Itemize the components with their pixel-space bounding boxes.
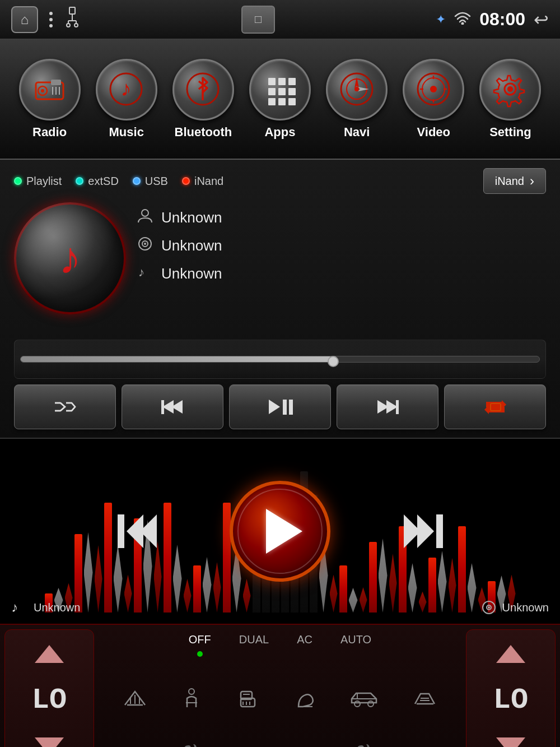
climate-auto-button[interactable]: AUTO (335, 630, 377, 657)
climate-icons-row (107, 665, 453, 736)
eq-bar (408, 563, 417, 613)
source-tabs-left: Playlist extSD USB iNand (14, 175, 223, 188)
inand-source-button[interactable]: iNand › (483, 168, 546, 194)
time-display: 08:00 (479, 9, 525, 30)
climate-ac-button[interactable]: AC (291, 630, 318, 657)
eq-bar (339, 565, 347, 613)
navi-nav-icon (326, 59, 388, 120)
foot-airflow-button[interactable] (293, 687, 318, 714)
controls-row (14, 384, 546, 429)
svg-point-32 (354, 87, 359, 91)
climate-bottom (107, 736, 453, 747)
progress-area (14, 340, 546, 379)
shuffle-button[interactable] (14, 384, 116, 429)
nav-item-setting[interactable]: Setting (479, 59, 541, 140)
status-left: ⌂ (11, 6, 81, 33)
nav-item-apps[interactable]: Apps (249, 59, 311, 140)
nav-item-radio[interactable]: Radio (19, 59, 81, 140)
window-button[interactable]: □ (241, 6, 275, 34)
nav-item-bluetooth[interactable]: Bluetooth (172, 59, 234, 140)
back-button[interactable]: ↩ (534, 9, 549, 30)
defrost-windshield-button[interactable] (123, 687, 148, 714)
extsd-dot (76, 177, 83, 185)
music-nav-icon: ♪ (96, 59, 157, 120)
eq-bar (419, 592, 427, 613)
left-temp-down-button[interactable] (11, 731, 88, 747)
inand-dot (182, 177, 190, 185)
climate-dual-button[interactable]: DUAL (234, 630, 274, 657)
status-right: ✦ 08:00 ↩ (436, 9, 549, 30)
svg-point-68 (488, 606, 490, 609)
album-art: ♪ (14, 202, 126, 314)
wifi-icon (454, 11, 471, 28)
eq-bar (124, 575, 132, 613)
fan-speed-right-button[interactable] (354, 742, 379, 747)
big-player-track-label: Unknown (34, 601, 80, 614)
svg-rect-21 (288, 78, 296, 85)
svg-text:♪: ♪ (11, 600, 18, 615)
eq-bar (95, 545, 102, 613)
album-row: Unknown (137, 236, 546, 256)
big-prev-button[interactable] (112, 506, 162, 556)
source-tab-inand[interactable]: iNand (182, 175, 223, 188)
svg-rect-9 (51, 80, 61, 85)
svg-text:♪: ♪ (138, 265, 144, 279)
recirculation-button[interactable] (349, 689, 380, 713)
next-button[interactable] (337, 384, 438, 429)
heated-seat-button[interactable] (236, 687, 262, 714)
svg-rect-54 (289, 400, 293, 415)
svg-text:♪: ♪ (121, 77, 132, 100)
artist-icon (137, 208, 153, 228)
nav-item-video[interactable]: Video (403, 59, 464, 140)
svg-rect-25 (268, 98, 276, 105)
menu-dots-button[interactable] (49, 12, 53, 27)
repeat-button[interactable] (444, 384, 546, 429)
nav-item-music[interactable]: ♪ Music (96, 59, 157, 140)
climate-off-button[interactable]: OFF (183, 630, 217, 649)
svg-rect-26 (278, 98, 286, 105)
svg-marker-60 (127, 514, 143, 548)
nav-item-navi[interactable]: Navi (326, 59, 388, 140)
track-info: Unknown Unknown ♪ Unknown (137, 202, 546, 284)
prev-button[interactable] (122, 384, 223, 429)
big-next-button[interactable] (398, 506, 448, 556)
eq-bar (243, 579, 251, 613)
progress-bar-container[interactable] (20, 356, 540, 363)
progress-thumb[interactable] (328, 356, 339, 367)
album-label: Unknown (161, 237, 222, 254)
source-tab-extsd[interactable]: extSD (76, 175, 118, 188)
climate-modes: OFF DUAL AC AUTO (107, 630, 453, 657)
left-temp-display: LO (32, 684, 67, 717)
source-tab-playlist[interactable]: Playlist (14, 175, 62, 188)
eq-bar (458, 526, 466, 613)
left-temp-up-button[interactable] (11, 638, 88, 669)
svg-point-11 (41, 89, 44, 92)
svg-marker-92 (496, 737, 525, 748)
rear-defrost-button[interactable] (412, 687, 437, 714)
bluetooth-nav-icon (172, 59, 234, 120)
album-icon (137, 236, 153, 256)
off-mode-indicator (197, 651, 203, 657)
source-tab-usb[interactable]: USB (133, 175, 168, 188)
svg-point-7 (461, 22, 464, 25)
big-play-button[interactable] (230, 481, 330, 582)
right-temp-up-button[interactable] (472, 638, 549, 669)
climate-center: OFF DUAL AC AUTO (99, 625, 461, 747)
usb-indicator (64, 6, 81, 33)
nav-label-radio: Radio (32, 125, 67, 140)
eq-bar (428, 558, 436, 613)
airflow-body-button[interactable] (179, 687, 204, 714)
svg-marker-70 (35, 737, 64, 748)
svg-marker-31 (358, 87, 369, 91)
fan-speed-left-button[interactable] (181, 742, 206, 747)
svg-rect-53 (283, 400, 287, 415)
progress-fill (21, 356, 332, 362)
play-pause-button[interactable] (229, 384, 331, 429)
eq-bar (330, 575, 338, 613)
title-row: ♪ Unknown (137, 264, 546, 284)
right-temp-down-button[interactable] (472, 731, 549, 747)
home-button[interactable]: ⌂ (11, 6, 38, 33)
svg-marker-69 (35, 645, 64, 663)
nav-label-music: Music (109, 125, 144, 140)
title-label: Unknown (161, 265, 222, 282)
